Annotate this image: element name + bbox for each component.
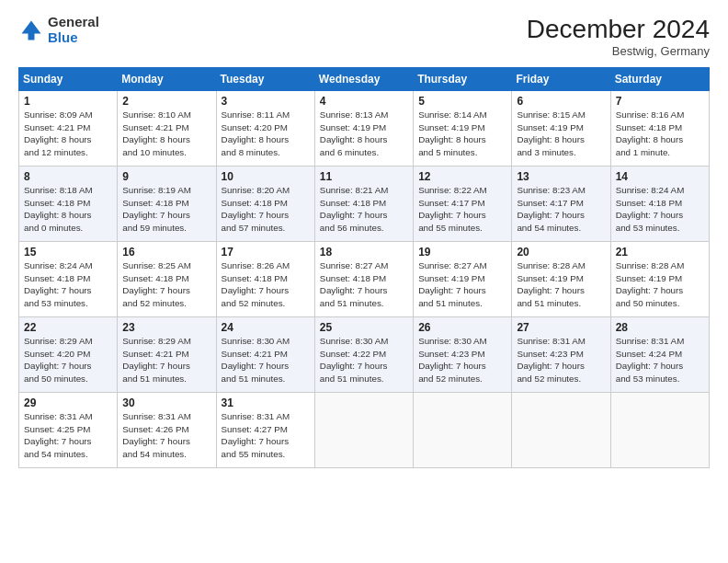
calendar-cell: 14Sunrise: 8:24 AM Sunset: 4:18 PM Dayli… xyxy=(610,167,709,242)
weekday-header-thursday: Thursday xyxy=(414,68,512,91)
calendar-cell: 22Sunrise: 8:29 AM Sunset: 4:20 PM Dayli… xyxy=(19,317,118,393)
calendar-cell: 25Sunrise: 8:30 AM Sunset: 4:22 PM Dayli… xyxy=(314,317,413,393)
day-info: Sunrise: 8:15 AM Sunset: 4:19 PM Dayligh… xyxy=(517,109,605,159)
calendar-cell: 1Sunrise: 8:09 AM Sunset: 4:21 PM Daylig… xyxy=(19,91,118,167)
day-number: 25 xyxy=(320,321,408,334)
day-info: Sunrise: 8:18 AM Sunset: 4:18 PM Dayligh… xyxy=(24,184,112,235)
calendar-cell: 11Sunrise: 8:21 AM Sunset: 4:18 PM Dayli… xyxy=(314,167,413,242)
day-info: Sunrise: 8:25 AM Sunset: 4:18 PM Dayligh… xyxy=(122,259,210,310)
day-number: 17 xyxy=(222,246,310,259)
day-number: 30 xyxy=(122,396,210,409)
calendar-cell: 4Sunrise: 8:13 AM Sunset: 4:19 PM Daylig… xyxy=(314,91,413,167)
day-info: Sunrise: 8:30 AM Sunset: 4:23 PM Dayligh… xyxy=(418,335,506,385)
day-info: Sunrise: 8:31 AM Sunset: 4:26 PM Dayligh… xyxy=(122,410,210,461)
day-info: Sunrise: 8:13 AM Sunset: 4:19 PM Dayligh… xyxy=(320,109,408,159)
logo-blue: Blue xyxy=(48,29,78,45)
month-title: December 2024 xyxy=(527,15,710,44)
day-number: 31 xyxy=(222,396,310,409)
day-info: Sunrise: 8:30 AM Sunset: 4:22 PM Dayligh… xyxy=(320,335,408,385)
day-number: 24 xyxy=(222,321,310,334)
day-number: 13 xyxy=(517,170,605,183)
day-info: Sunrise: 8:26 AM Sunset: 4:18 PM Dayligh… xyxy=(222,259,310,310)
calendar-cell: 16Sunrise: 8:25 AM Sunset: 4:18 PM Dayli… xyxy=(118,242,216,317)
day-number: 7 xyxy=(616,95,704,108)
calendar-cell: 5Sunrise: 8:14 AM Sunset: 4:19 PM Daylig… xyxy=(414,91,512,167)
logo-general: General xyxy=(48,14,99,29)
day-info: Sunrise: 8:27 AM Sunset: 4:18 PM Dayligh… xyxy=(320,259,408,310)
day-info: Sunrise: 8:29 AM Sunset: 4:20 PM Dayligh… xyxy=(24,335,112,385)
day-number: 26 xyxy=(418,321,506,334)
day-info: Sunrise: 8:29 AM Sunset: 4:21 PM Dayligh… xyxy=(122,335,210,385)
calendar-cell: 23Sunrise: 8:29 AM Sunset: 4:21 PM Dayli… xyxy=(118,317,216,393)
calendar-cell: 2Sunrise: 8:10 AM Sunset: 4:21 PM Daylig… xyxy=(118,91,216,167)
calendar-cell: 17Sunrise: 8:26 AM Sunset: 4:18 PM Dayli… xyxy=(216,242,314,317)
calendar-cell: 19Sunrise: 8:27 AM Sunset: 4:19 PM Dayli… xyxy=(414,242,512,317)
day-info: Sunrise: 8:20 AM Sunset: 4:18 PM Dayligh… xyxy=(222,184,310,235)
calendar-cell: 15Sunrise: 8:24 AM Sunset: 4:18 PM Dayli… xyxy=(19,242,118,317)
title-block: December 2024 Bestwig, Germany xyxy=(527,15,710,58)
calendar-cell xyxy=(314,393,413,468)
logo-text: General Blue xyxy=(48,15,99,45)
weekday-header-wednesday: Wednesday xyxy=(314,68,413,91)
day-number: 10 xyxy=(222,170,310,183)
page: General Blue December 2024 Bestwig, Germ… xyxy=(0,0,728,563)
weekday-header-monday: Monday xyxy=(118,68,216,91)
day-number: 9 xyxy=(122,170,210,183)
day-info: Sunrise: 8:31 AM Sunset: 4:24 PM Dayligh… xyxy=(616,335,704,385)
day-info: Sunrise: 8:23 AM Sunset: 4:17 PM Dayligh… xyxy=(517,184,605,235)
weekday-header-friday: Friday xyxy=(512,68,610,91)
day-info: Sunrise: 8:11 AM Sunset: 4:20 PM Dayligh… xyxy=(222,109,310,159)
calendar-table: SundayMondayTuesdayWednesdayThursdayFrid… xyxy=(18,67,710,468)
calendar-cell: 26Sunrise: 8:30 AM Sunset: 4:23 PM Dayli… xyxy=(414,317,512,393)
day-info: Sunrise: 8:19 AM Sunset: 4:18 PM Dayligh… xyxy=(122,184,210,235)
day-info: Sunrise: 8:28 AM Sunset: 4:19 PM Dayligh… xyxy=(616,259,704,310)
calendar-cell: 18Sunrise: 8:27 AM Sunset: 4:18 PM Dayli… xyxy=(314,242,413,317)
calendar-cell: 13Sunrise: 8:23 AM Sunset: 4:17 PM Dayli… xyxy=(512,167,610,242)
day-number: 2 xyxy=(122,95,210,108)
day-number: 23 xyxy=(122,321,210,334)
calendar-cell: 8Sunrise: 8:18 AM Sunset: 4:18 PM Daylig… xyxy=(19,167,118,242)
day-info: Sunrise: 8:31 AM Sunset: 4:23 PM Dayligh… xyxy=(517,335,605,385)
day-number: 16 xyxy=(122,246,210,259)
day-number: 29 xyxy=(24,396,112,409)
day-number: 4 xyxy=(320,95,408,108)
calendar-cell: 29Sunrise: 8:31 AM Sunset: 4:25 PM Dayli… xyxy=(19,393,118,468)
calendar-cell: 10Sunrise: 8:20 AM Sunset: 4:18 PM Dayli… xyxy=(216,167,314,242)
header: General Blue December 2024 Bestwig, Germ… xyxy=(18,15,710,58)
weekday-header-saturday: Saturday xyxy=(610,68,709,91)
day-number: 8 xyxy=(24,170,112,183)
calendar-cell xyxy=(414,393,512,468)
day-number: 15 xyxy=(24,246,112,259)
calendar-cell: 28Sunrise: 8:31 AM Sunset: 4:24 PM Dayli… xyxy=(610,317,709,393)
day-number: 18 xyxy=(320,246,408,259)
day-number: 3 xyxy=(222,95,310,108)
day-number: 27 xyxy=(517,321,605,334)
day-info: Sunrise: 8:16 AM Sunset: 4:18 PM Dayligh… xyxy=(616,109,704,159)
day-number: 6 xyxy=(517,95,605,108)
day-info: Sunrise: 8:28 AM Sunset: 4:19 PM Dayligh… xyxy=(517,259,605,310)
day-info: Sunrise: 8:22 AM Sunset: 4:17 PM Dayligh… xyxy=(418,184,506,235)
day-info: Sunrise: 8:24 AM Sunset: 4:18 PM Dayligh… xyxy=(616,184,704,235)
day-info: Sunrise: 8:10 AM Sunset: 4:21 PM Dayligh… xyxy=(122,109,210,159)
day-info: Sunrise: 8:14 AM Sunset: 4:19 PM Dayligh… xyxy=(418,109,506,159)
day-info: Sunrise: 8:31 AM Sunset: 4:25 PM Dayligh… xyxy=(24,410,112,461)
day-number: 11 xyxy=(320,170,408,183)
calendar-cell: 3Sunrise: 8:11 AM Sunset: 4:20 PM Daylig… xyxy=(216,91,314,167)
day-number: 21 xyxy=(616,246,704,259)
calendar-cell: 6Sunrise: 8:15 AM Sunset: 4:19 PM Daylig… xyxy=(512,91,610,167)
weekday-header-tuesday: Tuesday xyxy=(216,68,314,91)
day-number: 20 xyxy=(517,246,605,259)
calendar-cell: 12Sunrise: 8:22 AM Sunset: 4:17 PM Dayli… xyxy=(414,167,512,242)
day-number: 12 xyxy=(418,170,506,183)
svg-marker-0 xyxy=(22,20,41,40)
day-number: 28 xyxy=(616,321,704,334)
day-number: 14 xyxy=(616,170,704,183)
day-info: Sunrise: 8:21 AM Sunset: 4:18 PM Dayligh… xyxy=(320,184,408,235)
day-number: 1 xyxy=(24,95,112,108)
calendar-cell: 24Sunrise: 8:30 AM Sunset: 4:21 PM Dayli… xyxy=(216,317,314,393)
day-info: Sunrise: 8:09 AM Sunset: 4:21 PM Dayligh… xyxy=(24,109,112,159)
calendar-cell: 31Sunrise: 8:31 AM Sunset: 4:27 PM Dayli… xyxy=(216,393,314,468)
day-info: Sunrise: 8:31 AM Sunset: 4:27 PM Dayligh… xyxy=(222,410,310,461)
calendar-cell: 7Sunrise: 8:16 AM Sunset: 4:18 PM Daylig… xyxy=(610,91,709,167)
day-number: 5 xyxy=(418,95,506,108)
